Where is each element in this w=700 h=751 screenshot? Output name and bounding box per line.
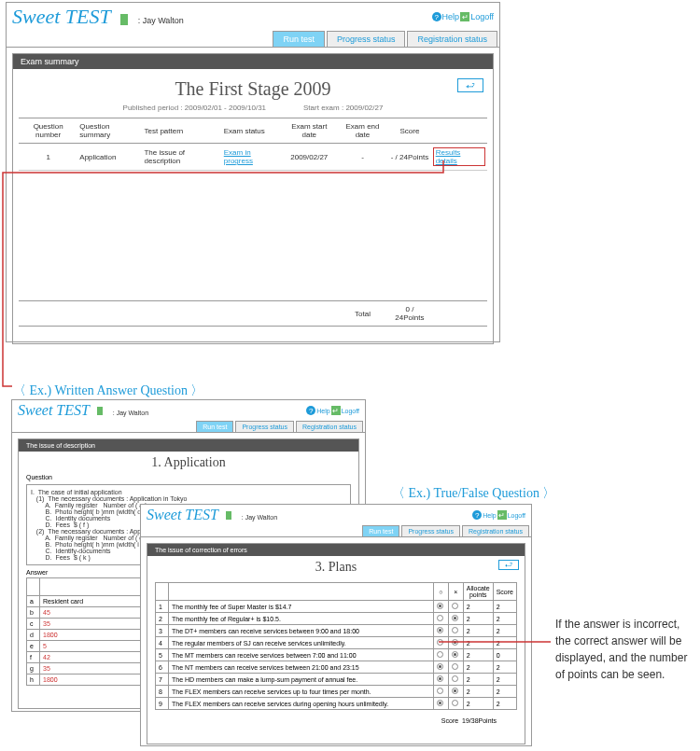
question-title: 3. Plans	[147, 556, 525, 578]
table-row: 1The monthly fee of Super Master is $14.…	[156, 601, 517, 613]
table-row: 3The DT+ members can receive services be…	[156, 625, 517, 637]
table-row: 5The MT members can receive services bet…	[156, 649, 517, 661]
logo: Sweet TEST	[147, 507, 218, 522]
section-title: The issue of description	[26, 442, 95, 449]
tf-table: ○×Allocate pointsScore 1The monthly fee …	[155, 582, 517, 710]
tab-run-test[interactable]: Run test	[362, 525, 399, 536]
section-title: Exam summary	[21, 57, 79, 66]
annotation-text: If the answer is incorrect, the correct …	[555, 616, 695, 683]
return-button[interactable]: ⮐	[498, 560, 519, 570]
user-label: : Jay Walton	[242, 514, 277, 521]
table-row: 2The monthly fee of Regular+ is $10.5.22	[156, 613, 517, 625]
score-value: 19/38Points	[462, 717, 497, 724]
question-title: 1. Application	[19, 452, 358, 474]
logoff-icon: ↵	[460, 12, 469, 21]
logoff-icon: ↵	[497, 510, 507, 520]
table-row: 9The FLEX members can receive services d…	[156, 698, 517, 710]
table-row: 8The FLEX members can receive services u…	[156, 686, 517, 698]
help-icon: ?	[306, 406, 315, 415]
tab-registration[interactable]: Registration status	[407, 31, 497, 47]
page-title: The First Stage 2009	[13, 69, 493, 104]
table-row: 6The NT members can receive services bet…	[156, 661, 517, 674]
tab-registration[interactable]: Registration status	[462, 525, 529, 536]
logo: Sweet TEST	[18, 402, 90, 418]
help-logoff[interactable]: ?Help ↵Logoff	[432, 12, 494, 21]
logoff-icon: ↵	[331, 406, 341, 415]
tab-progress[interactable]: Progress status	[235, 421, 294, 432]
results-details-link[interactable]: Results details	[433, 147, 485, 166]
published-period: Published period : 2009/02/01 - 2009/10/…	[123, 104, 266, 112]
help-logoff[interactable]: ?Help ↵Logoff	[306, 406, 359, 415]
tab-progress[interactable]: Progress status	[327, 31, 406, 47]
start-exam: Start exam : 2009/02/27	[303, 104, 383, 112]
user-label: : Jay Walton	[138, 16, 184, 25]
tab-run-test[interactable]: Run test	[196, 421, 233, 432]
total-label: Total	[337, 301, 388, 327]
tab-registration[interactable]: Registration status	[296, 421, 363, 432]
help-icon: ?	[472, 510, 482, 520]
help-logoff[interactable]: ?Help ↵Logoff	[472, 510, 525, 520]
total-score: 0 / 24Points	[388, 301, 430, 327]
return-button[interactable]: ⮐	[457, 78, 483, 92]
tab-progress[interactable]: Progress status	[401, 525, 460, 536]
table-row: 7The HD members can make a lump-sum paym…	[156, 674, 517, 686]
table-row: 1 Application The issue of description E…	[19, 144, 487, 171]
tab-run-test[interactable]: Run test	[273, 31, 325, 47]
question-label: Question	[19, 474, 358, 480]
exam-status-link[interactable]: Exam in progress	[224, 148, 253, 165]
user-label: : Jay Walton	[113, 410, 148, 416]
exam-table: Question numberQuestion summaryTest patt…	[19, 118, 487, 327]
help-icon: ?	[432, 12, 441, 21]
score-label: Score	[441, 717, 458, 724]
logo: Sweet TEST	[12, 5, 111, 28]
section-title: The issue of correction of errors	[155, 547, 247, 553]
table-row: 4The regular members of SJ can receive s…	[156, 637, 517, 649]
